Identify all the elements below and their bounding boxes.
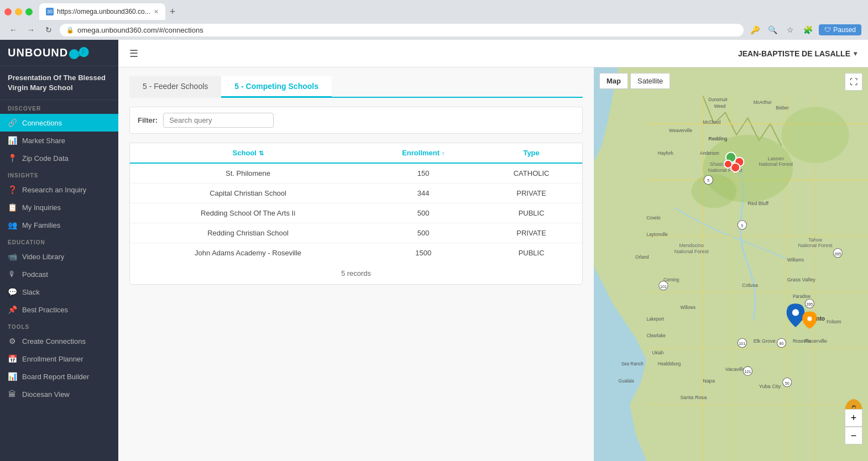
market-share-label: Market Share	[22, 137, 65, 145]
svg-text:Clearlake: Clearlake	[646, 333, 666, 338]
tabs-row: 5 - Feeder Schools 5 - Competing Schools	[129, 76, 583, 98]
address-bar[interactable]: 🔒 omega.unbound360.com/#/connections	[60, 24, 744, 36]
forward-button[interactable]: →	[24, 23, 38, 36]
enrollment-cell: 344	[366, 184, 480, 203]
slack-label: Slack	[22, 288, 40, 296]
svg-text:101: 101	[660, 285, 667, 289]
research-icon: ❓	[8, 185, 17, 194]
sidebar-item-slack[interactable]: 💬 Slack	[0, 283, 118, 301]
school-name: Presentation Of The Blessed Virgin Mary …	[0, 66, 118, 100]
sidebar-item-zip-code-data[interactable]: 📍 Zip Code Data	[0, 149, 118, 167]
school-cell: John Adams Academy - Roseville	[130, 243, 366, 263]
table-row[interactable]: Redding Christian School 500 PRIVATE	[130, 223, 582, 243]
satellite-view-button[interactable]: Satellite	[630, 73, 670, 89]
user-name-text: JEAN-BAPTISTE DE LASALLE	[738, 49, 850, 58]
best-practices-label: Best Practices	[22, 306, 68, 314]
type-column-header: Type	[480, 143, 582, 163]
sidebar-item-board-report-builder[interactable]: 📊 Board Report Builder	[0, 368, 118, 385]
sidebar-item-create-connections[interactable]: ⚙ Create Connections	[0, 332, 118, 350]
sidebar-item-market-share[interactable]: 📊 Market Share	[0, 132, 118, 149]
sidebar-item-research-inquiry[interactable]: ❓ Research an Inquiry	[0, 181, 118, 198]
zoom-out-button[interactable]: −	[845, 427, 862, 444]
tab-feeder-schools[interactable]: 5 - Feeder Schools	[129, 76, 221, 98]
families-label: My Families	[22, 221, 60, 229]
star-icon-btn[interactable]: ☆	[783, 23, 797, 36]
school-cell: Capital Christian School	[130, 184, 366, 203]
table-row[interactable]: John Adams Academy - Roseville 1500 PUBL…	[130, 243, 582, 263]
svg-point-2	[782, 107, 849, 163]
svg-point-69	[792, 309, 799, 316]
table-row[interactable]: Redding School Of The Arts Ii 500 PUBLIC	[130, 203, 582, 223]
svg-text:Hayfork: Hayfork	[658, 151, 674, 156]
tab-competing-schools[interactable]: 5 - Competing Schools	[221, 76, 332, 98]
new-tab-button[interactable]: +	[168, 6, 178, 18]
sidebar-item-video-library[interactable]: 📹 Video Library	[0, 248, 118, 265]
families-icon: 👥	[8, 221, 17, 229]
map-view-button[interactable]: Map	[599, 73, 628, 89]
records-count: 5 records	[130, 263, 582, 284]
sidebar-item-my-inquiries[interactable]: 📋 My Inquiries	[0, 198, 118, 216]
table-row[interactable]: St. Philomene 150 CATHOLIC	[130, 163, 582, 184]
market-share-icon: 📊	[8, 136, 17, 145]
sidebar-item-connections[interactable]: 🔗 Connections	[0, 114, 118, 132]
svg-text:80: 80	[780, 342, 784, 346]
browser-tab[interactable]: 30 https://omega.unbound360.co... ✕	[39, 3, 165, 20]
sidebar-item-enrollment-planner[interactable]: 📅 Enrollment Planner	[0, 350, 118, 368]
sidebar-item-diocesan-view[interactable]: 🏛 Diocesan View	[0, 385, 118, 403]
address-bar-row: ← → ↻ 🔒 omega.unbound360.com/#/connectio…	[0, 20, 868, 40]
school-sort-icon[interactable]: ⇅	[259, 150, 264, 156]
board-report-label: Board Report Builder	[22, 373, 89, 381]
search-icon-btn[interactable]: 🔍	[766, 23, 779, 36]
refresh-button[interactable]: ↻	[42, 23, 55, 36]
svg-text:Red Bluff: Red Bluff	[748, 201, 769, 206]
fullscreen-traffic-light[interactable]	[25, 8, 33, 15]
sidebar-item-podcast[interactable]: 🎙 Podcast	[0, 265, 118, 283]
svg-text:Healdsburg: Healdsburg	[658, 362, 681, 366]
section-discover: DISCOVER	[0, 100, 118, 114]
sidebar-item-my-families[interactable]: 👥 My Families	[0, 216, 118, 234]
svg-text:McCloud: McCloud	[703, 120, 720, 125]
search-input[interactable]	[163, 113, 274, 128]
svg-text:National Forest: National Forest	[798, 243, 833, 248]
zoom-in-button[interactable]: +	[845, 409, 862, 427]
school-column-header[interactable]: School ⇅	[130, 143, 366, 163]
svg-text:Napa: Napa	[703, 378, 715, 384]
map-background: Shasta-Trinity National Forest Lassen Na…	[594, 67, 868, 461]
svg-text:50: 50	[785, 381, 789, 386]
podcast-icon: 🎙	[8, 270, 17, 279]
lock-icon: 🔒	[66, 27, 74, 34]
map-fullscreen-button[interactable]: ⛶	[845, 73, 862, 91]
svg-text:Mendocino: Mendocino	[679, 243, 704, 248]
svg-text:Santa Rosa: Santa Rosa	[680, 395, 707, 400]
svg-text:Anderson: Anderson	[700, 151, 719, 156]
sidebar-logo: UNBOUND360🅟	[0, 40, 118, 66]
back-button[interactable]: ←	[7, 23, 20, 36]
type-cell: CATHOLIC	[480, 163, 582, 184]
paused-button[interactable]: 🛡 Paused	[819, 24, 861, 35]
minimize-traffic-light[interactable]	[15, 8, 22, 15]
sidebar-item-best-practices[interactable]: 📌 Best Practices	[0, 301, 118, 318]
svg-text:McArthur: McArthur	[754, 100, 772, 105]
enrollment-column-header[interactable]: Enrollment ↑	[366, 143, 480, 163]
type-cell: PRIVATE	[480, 184, 582, 203]
video-label: Video Library	[22, 253, 64, 261]
svg-text:Williams: Williams	[787, 258, 804, 263]
type-cell: PUBLIC	[480, 243, 582, 263]
school-cell: Redding School Of The Arts Ii	[130, 203, 366, 223]
tab-close-btn[interactable]: ✕	[154, 8, 159, 15]
key-icon-btn[interactable]: 🔑	[748, 23, 761, 36]
best-practices-icon: 📌	[8, 305, 17, 314]
extensions-icon-btn[interactable]: 🧩	[801, 23, 814, 36]
sidebar: UNBOUND360🅟 Presentation Of The Blessed …	[0, 40, 118, 461]
hamburger-button[interactable]: ☰	[129, 48, 138, 60]
board-report-icon: 📊	[8, 372, 17, 381]
svg-text:395: 395	[806, 302, 813, 307]
enrollment-sort-icon[interactable]: ↑	[442, 150, 445, 156]
enrollment-cell: 150	[366, 163, 480, 184]
svg-text:395: 395	[834, 252, 841, 256]
address-bar-actions: 🔑 🔍 ☆ 🧩 🛡 Paused	[748, 23, 861, 36]
table-row[interactable]: Capital Christian School 344 PRIVATE	[130, 184, 582, 203]
close-traffic-light[interactable]	[4, 8, 12, 15]
user-chevron-icon[interactable]: ▾	[854, 50, 857, 57]
paused-label: Paused	[833, 26, 856, 34]
